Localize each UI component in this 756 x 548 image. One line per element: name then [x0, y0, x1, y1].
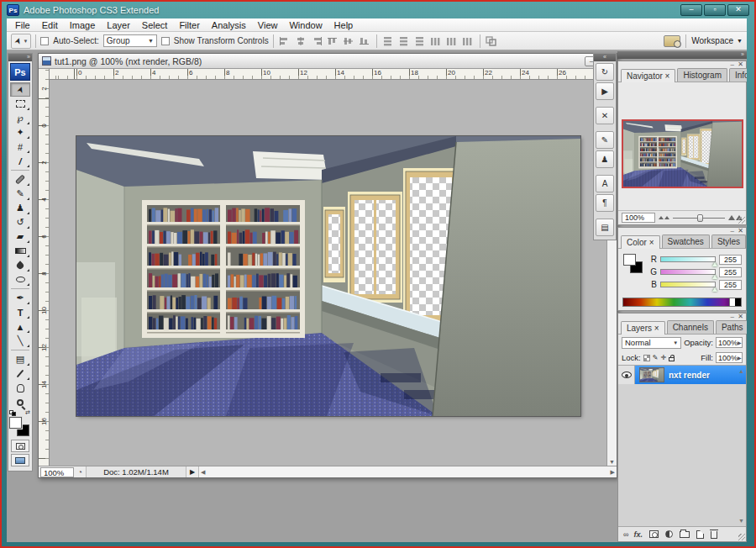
character-palette-icon[interactable]: A [596, 175, 614, 192]
new-group-icon[interactable] [680, 531, 690, 538]
dodge-tool[interactable] [10, 272, 30, 287]
actions-palette-icon[interactable]: ▶ [596, 82, 614, 100]
distribute-left-edges-icon[interactable] [429, 34, 444, 47]
path-selection-tool[interactable]: ▲ [10, 319, 30, 334]
tool-presets-palette-icon[interactable]: ✕ [596, 107, 614, 124]
align-left-edges-icon[interactable] [278, 34, 292, 47]
channel-value-field[interactable]: 255 [719, 255, 742, 265]
layer-comps-palette-icon[interactable]: ▤ [596, 219, 614, 236]
panel-resize-grip[interactable] [738, 534, 745, 540]
document-titlebar[interactable]: tut1.png @ 100% (nxt render, RGB/8) – ▫ [39, 54, 617, 69]
history-palette-icon[interactable]: ↻ [596, 63, 614, 81]
quick-mask-button[interactable] [11, 440, 29, 452]
rectangular-marquee-tool[interactable] [10, 97, 30, 111]
quick-selection-tool[interactable]: ✦ [10, 125, 30, 140]
channel-value-field[interactable]: 255 [719, 280, 742, 290]
zoom-tool[interactable] [10, 395, 30, 409]
layer-name[interactable]: nxt render [669, 371, 710, 380]
panel-mini-controls[interactable]: – ✕ [618, 61, 746, 68]
minimize-button[interactable]: – [680, 4, 702, 16]
brushes-palette-icon[interactable]: ✎ [596, 131, 614, 149]
close-button[interactable]: ✕ [727, 4, 749, 16]
pen-tool[interactable]: ✒ [10, 291, 30, 305]
doc-size-readout[interactable]: Doc: 1.02M/1.14M [86, 466, 186, 477]
channel-value-field[interactable]: 255 [719, 267, 742, 277]
new-adjustment-layer-icon[interactable] [665, 530, 673, 538]
slice-tool[interactable]: / [10, 154, 30, 168]
toolbox-collapse-button[interactable]: » [8, 54, 32, 61]
navigator-proxy-view[interactable] [622, 119, 743, 188]
brush-tool[interactable]: ✎ [10, 187, 30, 201]
titlebar[interactable]: Ps Adobe Photoshop CS3 Extended – ▫ ✕ [2, 2, 754, 18]
channel-slider[interactable] [660, 282, 716, 287]
healing-brush-tool[interactable] [10, 172, 30, 187]
delete-layer-icon[interactable] [711, 530, 717, 539]
crop-tool[interactable]: # [10, 140, 30, 154]
show-transform-checkbox[interactable] [161, 37, 170, 45]
clone-source-palette-icon[interactable]: ♟ [596, 150, 614, 168]
panel-mini-controls[interactable]: – ✕ [618, 228, 746, 234]
align-right-edges-icon[interactable] [310, 34, 324, 47]
lock-all-icon[interactable] [669, 357, 675, 361]
distribute-vertical-centers-icon[interactable] [397, 34, 412, 47]
color-tab-color[interactable]: Color × [621, 235, 660, 249]
maximize-button[interactable]: ▫ [704, 4, 726, 16]
scroll-left-icon[interactable]: ◀ [201, 469, 205, 476]
menu-filter[interactable]: Filter [173, 19, 205, 31]
blend-mode-dropdown[interactable]: Normal ▼ [622, 337, 681, 349]
layer-row[interactable]: nxt render [618, 366, 746, 384]
link-layers-icon[interactable]: ∞ [623, 530, 627, 539]
panels-collapse-button[interactable]: » [617, 51, 747, 59]
auto-select-checkbox[interactable] [40, 37, 49, 45]
panel-resize-grip[interactable] [738, 217, 745, 224]
lock-pixels-icon[interactable]: ✎ [653, 354, 659, 362]
foreground-color-swatch[interactable] [9, 417, 22, 429]
navigator-tab-navigator[interactable]: Navigator × [621, 69, 675, 82]
screen-mode-button[interactable] [11, 454, 29, 466]
horizontal-ruler[interactable]: 0246810121416182022242628 [50, 69, 606, 80]
zoom-out-icon[interactable] [659, 216, 669, 219]
photoshop-logo-button[interactable]: Ps [10, 63, 30, 81]
visibility-cell[interactable] [618, 366, 635, 384]
go-to-bridge-button[interactable] [664, 35, 680, 47]
move-tool[interactable]: ➤ [10, 82, 30, 97]
line-tool[interactable]: ╲ [10, 334, 30, 348]
channel-slider[interactable] [660, 269, 716, 275]
scroll-right-icon[interactable]: ▶ [611, 469, 615, 476]
vertical-ruler[interactable]: 20246810121416 [39, 69, 50, 466]
notes-tool[interactable]: ▤ [10, 352, 30, 366]
white-cell[interactable] [729, 298, 735, 306]
type-tool[interactable]: T [10, 305, 30, 319]
canvas-area[interactable] [50, 80, 606, 466]
status-options-arrow[interactable]: ▶ [186, 468, 198, 476]
auto-align-layers-icon[interactable] [485, 34, 499, 47]
navigator-zoom-slider[interactable] [673, 214, 725, 222]
panel-mini-controls[interactable]: – ✕ [618, 314, 746, 320]
align-vertical-centers-icon[interactable] [342, 34, 356, 47]
distribute-horizontal-centers-icon[interactable] [445, 34, 459, 47]
color-tab-styles[interactable]: Styles [711, 234, 746, 248]
menu-file[interactable]: File [9, 19, 36, 31]
menu-image[interactable]: Image [64, 19, 102, 31]
history-brush-tool[interactable]: ↺ [10, 215, 30, 229]
menu-window[interactable]: Window [283, 19, 328, 31]
menu-select[interactable]: Select [136, 19, 174, 31]
blur-tool[interactable] [10, 258, 30, 272]
gradient-tool[interactable] [10, 244, 30, 258]
layers-tab-layers[interactable]: Layers × [621, 321, 665, 335]
menu-analysis[interactable]: Analysis [206, 19, 252, 31]
layers-tab-paths[interactable]: Paths [716, 320, 747, 334]
new-layer-icon[interactable] [696, 530, 704, 539]
lock-position-icon[interactable]: ✛ [660, 354, 666, 362]
auto-select-dropdown[interactable]: Group ▼ [103, 34, 157, 47]
black-cell[interactable] [735, 298, 741, 306]
layer-style-fx-icon[interactable]: fx. [633, 530, 643, 539]
tool-preset-picker[interactable]: ➤ ▼ [11, 34, 31, 49]
opacity-field[interactable]: 100% ▶ [716, 337, 743, 348]
eyedropper-tool[interactable] [10, 366, 30, 381]
menu-edit[interactable]: Edit [36, 19, 64, 31]
paragraph-palette-icon[interactable]: ¶ [596, 194, 614, 212]
lasso-tool[interactable]: ℘ [10, 111, 30, 125]
distribute-right-edges-icon[interactable] [461, 34, 475, 47]
eraser-tool[interactable]: ▰ [10, 229, 30, 244]
